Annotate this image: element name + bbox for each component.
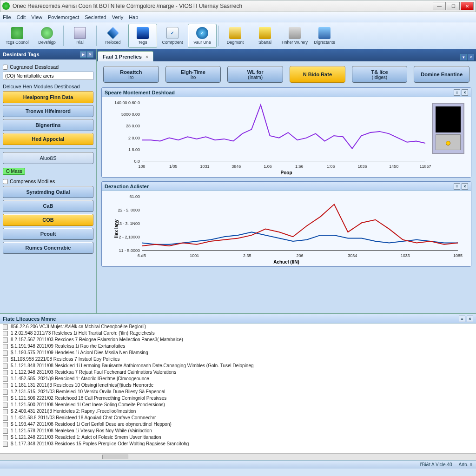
sidebar-close-icon[interactable]: × (87, 51, 93, 58)
y-tick: 1 8.00 (106, 147, 140, 152)
message-row[interactable]: $.1.191.948 2011/09 Realeksa 1i Rao rhe … (0, 343, 476, 350)
x-tick: 1031 (200, 164, 210, 169)
app-icon (2, 2, 10, 10)
menu-file[interactable]: File (3, 14, 11, 20)
message-icon (3, 403, 8, 408)
menu-selected[interactable]: Secierted (85, 14, 106, 20)
message-row[interactable]: $ 1.121.248 2211/03 Resalcted 1: Auict o… (0, 434, 476, 441)
x-tick: 1.06 (264, 164, 272, 169)
sidebar-btn-bignertins[interactable]: Bignertins (3, 119, 93, 131)
wiz-icon (229, 27, 241, 39)
messages-close-icon[interactable]: × (467, 316, 473, 322)
sidebar-btn-syratmding-oatial[interactable]: Syratmding Oatial (3, 186, 93, 198)
sidebar-btn-hed-appocial[interactable]: Hed Appocial (3, 133, 93, 145)
message-row[interactable]: $ 1.193.575 2011/09 Hendeles 1i Acionl D… (0, 350, 476, 356)
filter-btn-roeattch[interactable]: RoeattchIro (103, 66, 159, 83)
sidebar-btn-cab[interactable]: CaB (3, 200, 93, 212)
message-row[interactable]: $1.103.958 2221/08 Resicloss 7 Instuol E… (0, 356, 476, 363)
toolbar-comrptrent[interactable]: Comrptrent (158, 24, 187, 48)
message-row[interactable]: $ 2.409.431 2021i)3 Henicieles 2: Rapny … (0, 408, 476, 415)
message-row[interactable]: 1.1.452.585. 2021/)9 Reacioed 1: Ataoril… (0, 376, 476, 382)
toolbar-degmont[interactable]: Degmont (221, 24, 250, 48)
filter-btn-elgh-time[interactable]: Elgh-TimeIro (165, 66, 221, 83)
messages-list[interactable]: 856.22.6 206 VCJI Mujet.:AVlêlk ca Mchir… (0, 324, 476, 453)
toolbar-rlal[interactable]: Rlal (66, 24, 94, 48)
toolbar-hnher-wurery[interactable]: Hnher Wurery (280, 24, 309, 48)
message-icon (3, 350, 8, 356)
x-tick: 108 (138, 164, 145, 169)
panel2-close-icon[interactable]: × (462, 183, 468, 190)
chk-icon (166, 27, 178, 39)
panel-monitor: Speare Montement Deshload ≡ × 140.00 0.6… (101, 87, 471, 178)
sidebar-pin-icon[interactable]: ▸ (80, 51, 86, 58)
sidebar-header: Desintard Tags ▸ × (0, 49, 96, 60)
messages-hscroll[interactable] (0, 453, 476, 460)
toolbar-sbanal[interactable]: Sbanal (251, 24, 279, 48)
sidebar-filter-input[interactable] (3, 72, 93, 80)
message-row[interactable]: 1.2.131.515. 2021/03 Remleleci 10 Versit… (0, 389, 476, 395)
menu-verify[interactable]: Verly (112, 14, 123, 20)
sidebar-btn-rumes-conerrabic[interactable]: Rumes Conerrabic (3, 242, 93, 254)
message-icon (3, 370, 8, 375)
sidebar-sub-label: Delcuve Hen Modules Destibosad (3, 84, 93, 89)
message-icon (3, 422, 8, 427)
maximize-button[interactable]: ☐ (447, 2, 460, 10)
message-row[interactable]: 1 1.181.131 2011i)3 Resicloes 10 Obsingi… (0, 382, 476, 389)
sidebar-mid-button[interactable]: AluoßS (3, 152, 93, 164)
toolbar-digrsctants[interactable]: Digrsctants (310, 24, 339, 48)
panel2-title: Dezaction Aclister (105, 184, 149, 189)
tab-active[interactable]: Faul 1 Prenclies × (98, 51, 153, 61)
sidebar-btn-cob[interactable]: COB (3, 214, 93, 226)
message-row[interactable]: $ 1.177.348 2011/03 Resicloes 15 Poples … (0, 441, 476, 447)
close-button[interactable]: ✕ (461, 2, 474, 10)
panel1-close-icon[interactable]: × (462, 89, 468, 96)
sidebar-check-2[interactable]: Comprenss Modiles (3, 178, 93, 184)
chart-monitor: 140.00 0.60 05000 0.0028 0.002 0.001 8.0… (106, 100, 467, 174)
tabstrip-menu-icon[interactable]: ▾ (460, 54, 467, 60)
toolbar-tegs[interactable]: Tegs (128, 24, 157, 48)
x-tick: 3846 (231, 164, 241, 169)
panel1-opts-icon[interactable]: ≡ (454, 89, 460, 96)
toolbar-vaur-une[interactable]: Vaur Une (188, 24, 217, 48)
message-row[interactable]: 1 1.122.948 2811/03 Resickaa 7 Rejuat Fa… (0, 369, 476, 376)
menu-view[interactable]: View (31, 14, 42, 20)
message-row[interactable]: 1 1.121.578 2011/08 Nealekea 1i Vtesuy R… (0, 428, 476, 434)
menu-edit[interactable]: Cdit (17, 14, 26, 20)
toolbar-reloced[interactable]: Reloced (99, 24, 127, 48)
sidebar-btn-peoult[interactable]: Peoult (3, 228, 93, 240)
y-tick: 5000 0.00 (106, 112, 140, 117)
message-icon (3, 442, 8, 447)
filter-btn-t&-iíce[interactable]: T& Iíce(Idiges) (352, 66, 408, 83)
minimize-button[interactable]: — (433, 2, 446, 10)
filter-btn-wl-for[interactable]: WL for(Inatm) (227, 66, 283, 83)
panel2-opts-icon[interactable]: ≡ (454, 183, 460, 190)
sidebar-btn-heaiponrg-finn-data[interactable]: Heaiponrg Finn Data (3, 91, 93, 103)
messages-opts-icon[interactable]: ≡ (459, 316, 465, 322)
menu-project[interactable]: Poviemorgect (48, 14, 79, 20)
tab-label: Faul 1 Prenclies (103, 54, 142, 60)
sidebar-check-1[interactable]: Cugraneel Desslosad (3, 64, 93, 70)
status-bar: I'Bi&t A Vlcle.40 Arto. n (0, 460, 476, 469)
tab-close-icon[interactable]: × (145, 54, 148, 60)
message-row[interactable]: 856.22.6 206 VCJI Mujet.:AVlêlk ca Mchir… (0, 324, 476, 330)
message-icon (3, 383, 8, 388)
message-row[interactable]: 1 2.02.948 2011/73 Reslcloes 1i Helt Tra… (0, 330, 476, 337)
message-row[interactable]: 8 2.157.567 2011/03 Rexcioes 7 Reiogse E… (0, 337, 476, 343)
sidebar-btn-tronws-hifelmrord[interactable]: Tronws Hifelmrord (3, 105, 93, 117)
toolbar-devshigp[interactable]: Devshigp (33, 24, 61, 48)
filter-btn-n-bido-rate[interactable]: N Bido Rate (290, 66, 345, 83)
message-row[interactable]: 5.1.121.848 2011/08 Nesickied 1i Lermoin… (0, 363, 476, 369)
tabstrip-close-icon[interactable]: × (468, 54, 474, 60)
message-row[interactable]: $ 1.193.447 2011/08 Resicloed 1i Cerl Ee… (0, 421, 476, 428)
message-icon (3, 364, 8, 369)
filter-btn-domine-enantine[interactable]: Domine Enantine (414, 66, 469, 83)
toolbar-tcgs-coonol[interactable]: Tcgs Coonol (3, 24, 32, 48)
x-tick: 1450 (389, 164, 398, 169)
sidebar-badge: O Mass (3, 168, 25, 175)
message-row[interactable]: 1 1.431.58.8 2011/03 Reaicteed 18 Agouia… (0, 415, 476, 421)
menu-help[interactable]: Hap (129, 14, 138, 20)
x-tick: 1085 (453, 253, 463, 258)
x-tick: 6.dB (138, 253, 146, 258)
message-row[interactable]: $ 1.121.506 2221/02 Restchoed 18 Call Pr… (0, 395, 476, 402)
message-row[interactable]: 1 1.121.500 2011/08 Neenleled 1I Cert In… (0, 402, 476, 408)
